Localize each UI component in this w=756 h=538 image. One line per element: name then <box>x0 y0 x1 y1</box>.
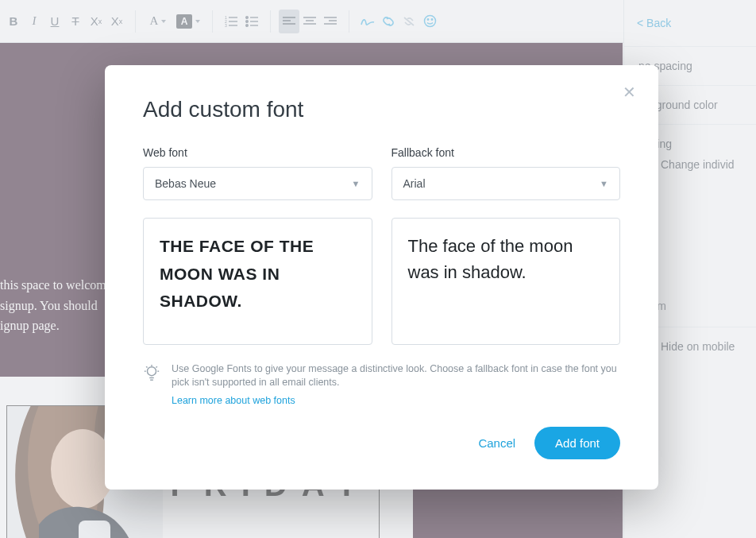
separator <box>212 10 213 33</box>
font-color-button[interactable]: A <box>144 10 172 33</box>
unlink-icon[interactable] <box>399 10 419 33</box>
back-link[interactable]: < Back <box>624 0 756 46</box>
add-font-modal: ✕ Add custom font Web font Bebas Neue ▼ … <box>105 65 658 490</box>
web-font-select[interactable]: Bebas Neue ▼ <box>143 167 372 200</box>
italic-button[interactable]: I <box>24 10 44 33</box>
fallback-font-preview: The face of the moon was in shadow. <box>392 218 621 345</box>
svg-point-6 <box>246 16 249 18</box>
modal-title: Add custom font <box>143 97 620 122</box>
ordered-list-icon[interactable]: 123 <box>221 10 241 33</box>
svg-text:3: 3 <box>225 23 227 27</box>
text-toolbar: B I U T Xx Xx A A 123 <box>0 0 623 43</box>
unordered-list-icon[interactable] <box>241 10 262 33</box>
lightbulb-icon <box>143 364 160 381</box>
align-center-icon[interactable] <box>299 10 320 33</box>
svg-rect-27 <box>79 521 110 538</box>
svg-point-23 <box>427 19 428 20</box>
svg-point-24 <box>431 19 432 20</box>
tip-text: Use Google Fonts to give your message a … <box>172 363 617 388</box>
add-font-button[interactable]: Add font <box>534 427 620 459</box>
chevron-down-icon: ▼ <box>352 179 361 188</box>
align-left-icon[interactable] <box>279 10 299 33</box>
toggle-label: Change individ <box>661 158 735 171</box>
select-value: Arial <box>403 177 426 190</box>
web-font-preview: The face of the moon was in shadow. <box>143 218 372 345</box>
separator <box>270 10 271 33</box>
signature-icon[interactable] <box>357 10 378 33</box>
svg-point-7 <box>246 20 249 22</box>
separator <box>349 10 349 33</box>
align-right-icon[interactable] <box>320 10 341 33</box>
svg-point-28 <box>148 367 156 376</box>
learn-more-link[interactable]: Learn more about web fonts <box>172 394 620 408</box>
svg-line-35 <box>156 366 157 367</box>
svg-point-8 <box>246 24 249 26</box>
fallback-font-label: Fallback font <box>392 146 621 159</box>
web-font-label: Web font <box>143 146 372 159</box>
tip-row: Use Google Fonts to give your message a … <box>143 362 620 408</box>
emoji-icon[interactable] <box>419 10 440 33</box>
underline-button[interactable]: U <box>44 10 65 33</box>
chevron-down-icon: ▼ <box>600 179 608 188</box>
close-icon[interactable]: ✕ <box>623 83 636 102</box>
svg-line-34 <box>146 366 147 367</box>
separator <box>135 10 136 33</box>
cancel-button[interactable]: Cancel <box>475 428 519 458</box>
select-value: Bebas Neue <box>155 177 216 190</box>
toggle-label: Hide on mobile <box>661 340 735 353</box>
strikethrough-button[interactable]: T <box>65 10 86 33</box>
superscript-button[interactable]: Xx <box>106 10 127 33</box>
subscript-button[interactable]: Xx <box>86 10 106 33</box>
highlight-button[interactable]: A <box>172 10 204 33</box>
link-icon[interactable] <box>378 10 399 33</box>
fallback-font-select[interactable]: Arial ▼ <box>392 167 621 200</box>
bold-button[interactable]: B <box>3 10 24 33</box>
svg-point-22 <box>424 16 435 27</box>
